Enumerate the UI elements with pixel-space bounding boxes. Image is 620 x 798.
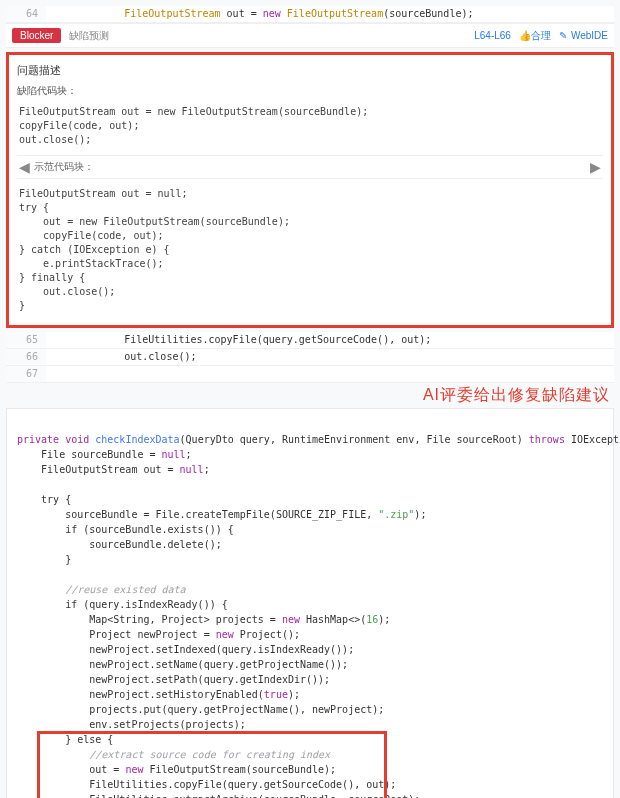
defect-code-label: 缺陷代码块： xyxy=(17,84,603,98)
defect-code-snippet: FileOutputStream out = new FileOutputStr… xyxy=(17,101,603,151)
recommend-code-snippet: FileOutputStream out = null; try { out =… xyxy=(17,183,603,317)
after-context-lines: 65 FileUtilities.copyFile(query.getSourc… xyxy=(6,332,614,383)
webide-link-label: WebIDE xyxy=(571,30,608,41)
issue-header-bar: Blocker 缺陷预测 L64-L66 👍合理 ✎WebIDE xyxy=(6,23,614,48)
context-code-line: 67 xyxy=(6,366,614,383)
context-code-line: 65 FileUtilities.copyFile(query.getSourc… xyxy=(6,332,614,349)
context-code-line: 66 out.close(); xyxy=(6,349,614,366)
chevron-right-icon[interactable]: ▶ xyxy=(590,159,601,175)
severity-badge[interactable]: Blocker xyxy=(12,28,61,43)
line-number: 67 xyxy=(6,366,46,382)
issue-type-label: 缺陷预测 xyxy=(69,29,109,43)
line-number: 65 xyxy=(6,332,46,348)
panel-title: 问题描述 xyxy=(17,63,603,78)
line-number: 66 xyxy=(6,349,46,365)
webide-link[interactable]: ✎WebIDE xyxy=(559,30,608,41)
line-range-link[interactable]: L64-L66 xyxy=(474,30,511,41)
line-content: out.close(); xyxy=(46,349,614,365)
line-content: FileUtilities.copyFile(query.getSourceCo… xyxy=(46,332,614,348)
edit-icon: ✎ xyxy=(559,30,569,41)
thumbs-up-icon: 👍 xyxy=(519,30,529,41)
merge-link[interactable]: 👍合理 xyxy=(519,29,551,43)
line-number: 64 xyxy=(6,6,46,22)
line-content: FileOutputStream out = new FileOutputStr… xyxy=(46,6,614,22)
merge-link-label: 合理 xyxy=(531,30,551,41)
ai-suggestion-panel: 问题描述 缺陷代码块： FileOutputStream out = new F… xyxy=(6,52,614,328)
callout-top: AI评委给出修复缺陷建议 xyxy=(6,383,614,408)
context-code-line: 64 FileOutputStream out = new FileOutput… xyxy=(6,6,614,23)
recommend-header-row: ◀ 示范代码块： ▶ xyxy=(17,155,603,179)
chevron-left-icon[interactable]: ◀ xyxy=(19,159,30,175)
recommend-label: 示范代码块： xyxy=(30,160,590,174)
page-root: 64 FileOutputStream out = new FileOutput… xyxy=(0,0,620,798)
line-content xyxy=(46,366,614,382)
fixed-code-block: private void checkIndexData(QueryDto que… xyxy=(6,408,614,798)
